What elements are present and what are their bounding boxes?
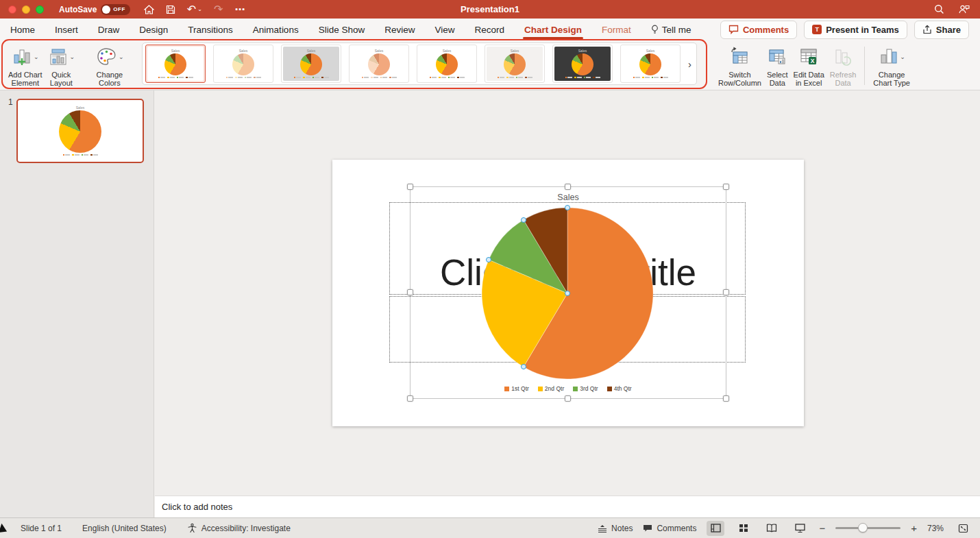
ribbon: ⌄ Add ChartElement ⌄ QuickLayout ⌄ Chang…	[0, 40, 980, 90]
share-button[interactable]: Share	[914, 21, 969, 39]
tab-record[interactable]: Record	[475, 20, 505, 40]
comments-toggle[interactable]: Comments	[643, 524, 696, 533]
quick-layout-button[interactable]: ⌄ QuickLayout	[45, 44, 78, 88]
autosave-switch[interactable]: OFF	[101, 4, 130, 15]
resize-handle[interactable]	[723, 289, 729, 295]
home-icon[interactable]	[144, 5, 154, 14]
chart-style-thumbnail-5[interactable]: Sales	[417, 45, 477, 83]
button-label: Edit Datain Excel	[794, 71, 824, 87]
comments-button-label: Comments	[743, 25, 789, 35]
close-window-button[interactable]	[8, 5, 16, 14]
accessibility-status[interactable]: Accessibility: Investigate	[187, 523, 291, 533]
resize-handle[interactable]	[407, 289, 413, 295]
tab-draw[interactable]: Draw	[98, 20, 120, 40]
switch-row-column-button[interactable]: SwitchRow/Column	[715, 44, 764, 88]
legend-item[interactable]: 2nd Qtr	[538, 385, 564, 392]
tab-review[interactable]: Review	[384, 20, 415, 40]
change-colors-button[interactable]: ⌄ ChangeColors	[93, 44, 127, 88]
legend-item[interactable]: 1st Qtr	[504, 385, 529, 392]
slide-canvas[interactable]: Click to add title Sales 1st Qtr2nd Qtr3…	[332, 160, 804, 426]
more-toolbar-icon[interactable]: ⋯	[234, 4, 245, 14]
chart-style-thumbnail-6[interactable]: Sales	[485, 45, 545, 83]
slice-point-handle[interactable]	[486, 257, 491, 262]
select-data-button[interactable]: SelectData	[764, 44, 791, 88]
chart-title[interactable]: Sales	[332, 193, 804, 202]
save-icon[interactable]	[166, 5, 175, 14]
zoom-out-button[interactable]: −	[819, 522, 825, 534]
present-in-teams-button[interactable]: T Present in Teams	[804, 21, 907, 39]
resize-handle[interactable]	[407, 395, 413, 402]
slide-thumbnail[interactable]: Sales	[16, 99, 144, 163]
legend-item[interactable]: 4th Qtr	[607, 385, 632, 392]
undo-icon[interactable]: ↶⌄	[187, 4, 202, 15]
button-label: SelectData	[767, 71, 788, 87]
tab-format[interactable]: Format	[602, 20, 631, 40]
chart-legend[interactable]: 1st Qtr2nd Qtr3rd Qtr4th Qtr	[332, 385, 804, 392]
autosave-state: OFF	[113, 6, 125, 12]
autosave-knob	[102, 5, 110, 14]
chart-style-thumbnail-8[interactable]: Sales	[620, 45, 681, 83]
comments-button[interactable]: Comments	[720, 21, 797, 39]
tab-chart-design[interactable]: Chart Design	[524, 20, 582, 40]
zoom-in-button[interactable]: +	[911, 522, 917, 534]
present-in-teams-label: Present in Teams	[826, 25, 899, 35]
tab-home[interactable]: Home	[10, 20, 35, 40]
chart-style-thumbnail-3[interactable]: Sales	[281, 45, 341, 83]
legend-label: 3rd Qtr	[580, 385, 598, 392]
slide-show-button[interactable]	[791, 521, 809, 536]
chart-style-thumbnail-2[interactable]: Sales	[213, 45, 273, 83]
legend-swatch	[538, 387, 543, 391]
zoom-window-button[interactable]	[36, 5, 44, 14]
tab-view[interactable]: View	[434, 20, 454, 40]
slice-point-handle[interactable]	[521, 217, 526, 223]
thumbnail-chart-title: Sales	[76, 106, 85, 110]
chart-style-preview: Sales	[419, 47, 475, 81]
notes-toggle[interactable]: Notes	[598, 524, 633, 533]
slide-editor[interactable]: Click to add title Sales 1st Qtr2nd Qtr3…	[155, 90, 980, 496]
notes-placeholder[interactable]: Click to add notes	[162, 502, 232, 512]
tab-tell-me[interactable]: Tell me	[651, 20, 691, 40]
teams-icon: T	[812, 25, 822, 34]
resize-handle[interactable]	[723, 395, 729, 402]
minimize-window-button[interactable]	[22, 5, 30, 14]
resize-handle[interactable]	[723, 184, 729, 190]
account-presence-icon[interactable]	[958, 4, 970, 14]
fit-slide-to-window-button[interactable]	[954, 521, 972, 536]
language-status[interactable]: English (United States)	[82, 524, 167, 533]
chart-style-thumbnail-4[interactable]: Sales	[349, 45, 409, 83]
chevron-down-icon: ⌄	[70, 53, 75, 60]
tab-transitions[interactable]: Transitions	[188, 20, 233, 40]
quick-layout-icon	[48, 47, 69, 67]
change-chart-type-button[interactable]: ⌄ ChangeChart Type	[870, 44, 913, 88]
legend-label: 1st Qtr	[511, 385, 529, 392]
notes-panel[interactable]: Click to add notes	[155, 496, 980, 517]
tab-insert[interactable]: Insert	[55, 20, 78, 40]
tab-slide-show[interactable]: Slide Show	[319, 20, 365, 40]
tab-design[interactable]: Design	[139, 20, 168, 40]
undo-dropdown-icon[interactable]: ⌄	[197, 7, 202, 12]
add-chart-element-button[interactable]: ⌄ Add ChartElement	[5, 44, 45, 88]
slide-sorter-view-button[interactable]	[735, 521, 752, 536]
chart-style-preview: Sales	[147, 47, 204, 81]
notes-icon	[598, 524, 607, 533]
chart-style-thumbnail-1[interactable]: Sales	[145, 45, 206, 83]
search-icon[interactable]	[934, 4, 944, 14]
slice-point-handle[interactable]	[565, 291, 570, 296]
resize-handle[interactable]	[565, 184, 571, 190]
zoom-slider-knob[interactable]	[858, 523, 868, 533]
legend-item[interactable]: 3rd Qtr	[573, 385, 598, 392]
powerpoint-window: { "titlebar": { "autosave_label": "AutoS…	[0, 0, 980, 538]
slice-point-handle[interactable]	[565, 205, 570, 210]
edit-data-in-excel-button[interactable]: X Edit Datain Excel	[791, 44, 827, 88]
tab-animations[interactable]: Animations	[253, 20, 299, 40]
zoom-level[interactable]: 73%	[927, 524, 944, 533]
chart-style-thumbnail-7[interactable]: Sales	[552, 45, 613, 83]
gallery-more-arrow[interactable]: ›	[688, 59, 691, 69]
autosave-toggle[interactable]: AutoSave OFF	[59, 4, 130, 15]
zoom-slider[interactable]	[835, 527, 901, 529]
resize-handle[interactable]	[565, 395, 571, 402]
reading-view-button[interactable]	[763, 521, 781, 536]
slide-count-status: Slide 1 of 1	[21, 524, 62, 533]
resize-handle[interactable]	[407, 184, 413, 190]
normal-view-button[interactable]	[707, 521, 724, 536]
